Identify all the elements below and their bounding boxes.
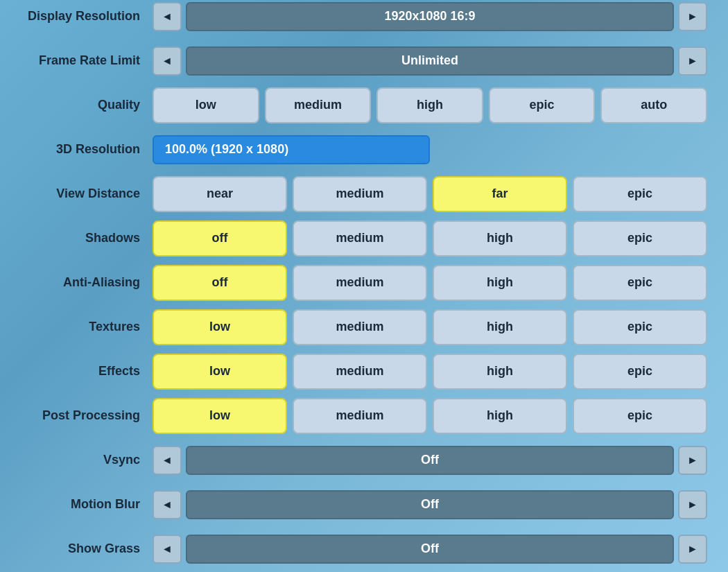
motion-blur-value: Off (186, 490, 674, 519)
view-distance-far-btn[interactable]: far (433, 176, 567, 212)
effects-high-btn[interactable]: high (433, 354, 567, 390)
quality-high-btn[interactable]: high (376, 87, 483, 123)
effects-low-btn[interactable]: low (153, 354, 287, 390)
show-grass-selector: ◄ Off ► (153, 535, 707, 564)
vsync-label: Vsync (21, 453, 153, 467)
quality-epic-btn[interactable]: epic (489, 87, 596, 123)
anti-aliasing-epic-btn[interactable]: epic (573, 265, 707, 301)
textures-options: low medium high epic (153, 309, 707, 345)
shadows-medium-btn[interactable]: medium (293, 220, 427, 257)
vsync-right-arrow[interactable]: ► (678, 446, 707, 475)
show-grass-left-arrow[interactable]: ◄ (153, 535, 182, 564)
effects-epic-btn[interactable]: epic (573, 354, 707, 390)
quality-auto-btn[interactable]: auto (600, 87, 707, 123)
effects-options: low medium high epic (153, 354, 707, 390)
anti-aliasing-label: Anti-Aliasing (21, 275, 153, 290)
post-processing-row: Post Processing low medium high epic (21, 397, 707, 435)
display-resolution-right-arrow[interactable]: ► (678, 2, 707, 31)
textures-medium-btn[interactable]: medium (293, 309, 427, 345)
vsync-left-arrow[interactable]: ◄ (153, 446, 182, 475)
resolution-3d-label: 3D Resolution (21, 142, 153, 157)
quality-row: Quality low medium high epic auto (21, 87, 707, 124)
settings-panel: Window Mode ◄ Fullscreen ► Display Resol… (14, 0, 714, 572)
shadows-options: off medium high epic (153, 220, 707, 257)
vsync-selector: ◄ Off ► (153, 446, 707, 475)
resolution-3d-row: 3D Resolution 100.0% (1920 x 1080) (21, 131, 707, 168)
quality-medium-btn[interactable]: medium (265, 87, 372, 123)
view-distance-epic-btn[interactable]: epic (573, 176, 707, 212)
textures-row: Textures low medium high epic (21, 309, 707, 346)
display-resolution-selector: ◄ 1920x1080 16:9 ► (153, 2, 707, 31)
textures-high-btn[interactable]: high (433, 309, 567, 345)
textures-epic-btn[interactable]: epic (573, 309, 707, 345)
view-distance-row: View Distance near medium far epic (21, 175, 707, 213)
effects-row: Effects low medium high epic (21, 353, 707, 390)
frame-rate-label: Frame Rate Limit (21, 53, 153, 68)
motion-blur-selector: ◄ Off ► (153, 490, 707, 519)
frame-rate-selector: ◄ Unlimited ► (153, 46, 707, 76)
display-resolution-row: Display Resolution ◄ 1920x1080 16:9 ► (21, 0, 707, 35)
display-resolution-value: 1920x1080 16:9 (186, 2, 674, 31)
effects-label: Effects (21, 364, 153, 379)
motion-blur-left-arrow[interactable]: ◄ (153, 490, 182, 519)
post-processing-epic-btn[interactable]: epic (573, 398, 707, 434)
effects-medium-btn[interactable]: medium (293, 354, 427, 390)
post-processing-options: low medium high epic (153, 398, 707, 434)
frame-rate-value: Unlimited (186, 46, 674, 76)
anti-aliasing-options: off medium high epic (153, 265, 707, 301)
anti-aliasing-row: Anti-Aliasing off medium high epic (21, 264, 707, 302)
show-grass-row: Show Grass ◄ Off ► (21, 530, 707, 568)
show-grass-value: Off (186, 535, 674, 564)
shadows-row: Shadows off medium high epic (21, 220, 707, 257)
display-resolution-label: Display Resolution (21, 9, 153, 24)
quality-low-btn[interactable]: low (153, 87, 259, 123)
post-processing-low-btn[interactable]: low (153, 398, 287, 434)
shadows-high-btn[interactable]: high (433, 220, 567, 257)
shadows-off-btn[interactable]: off (153, 220, 287, 257)
textures-label: Textures (21, 320, 153, 334)
motion-blur-label: Motion Blur (21, 497, 153, 512)
show-grass-label: Show Grass (21, 541, 153, 556)
frame-rate-right-arrow[interactable]: ► (678, 46, 707, 76)
motion-blur-row: Motion Blur ◄ Off ► (21, 486, 707, 523)
shadows-epic-btn[interactable]: epic (573, 220, 707, 257)
anti-aliasing-medium-btn[interactable]: medium (293, 265, 427, 301)
motion-blur-right-arrow[interactable]: ► (678, 490, 707, 519)
frame-rate-row: Frame Rate Limit ◄ Unlimited ► (21, 42, 707, 80)
show-grass-right-arrow[interactable]: ► (678, 535, 707, 564)
resolution-3d-value[interactable]: 100.0% (1920 x 1080) (153, 135, 430, 164)
view-distance-medium-btn[interactable]: medium (293, 176, 427, 212)
anti-aliasing-high-btn[interactable]: high (433, 265, 567, 301)
post-processing-medium-btn[interactable]: medium (293, 398, 427, 434)
vsync-value: Off (186, 446, 674, 475)
post-processing-label: Post Processing (21, 408, 153, 423)
quality-label: Quality (21, 98, 153, 112)
vsync-row: Vsync ◄ Off ► (21, 442, 707, 479)
post-processing-high-btn[interactable]: high (433, 398, 567, 434)
view-distance-label: View Distance (21, 187, 153, 201)
view-distance-options: near medium far epic (153, 176, 707, 212)
display-resolution-left-arrow[interactable]: ◄ (153, 2, 182, 31)
shadows-label: Shadows (21, 231, 153, 245)
quality-options: low medium high epic auto (153, 87, 707, 123)
anti-aliasing-off-btn[interactable]: off (153, 265, 287, 301)
view-distance-near-btn[interactable]: near (153, 176, 287, 212)
textures-low-btn[interactable]: low (153, 309, 287, 345)
frame-rate-left-arrow[interactable]: ◄ (153, 46, 182, 76)
